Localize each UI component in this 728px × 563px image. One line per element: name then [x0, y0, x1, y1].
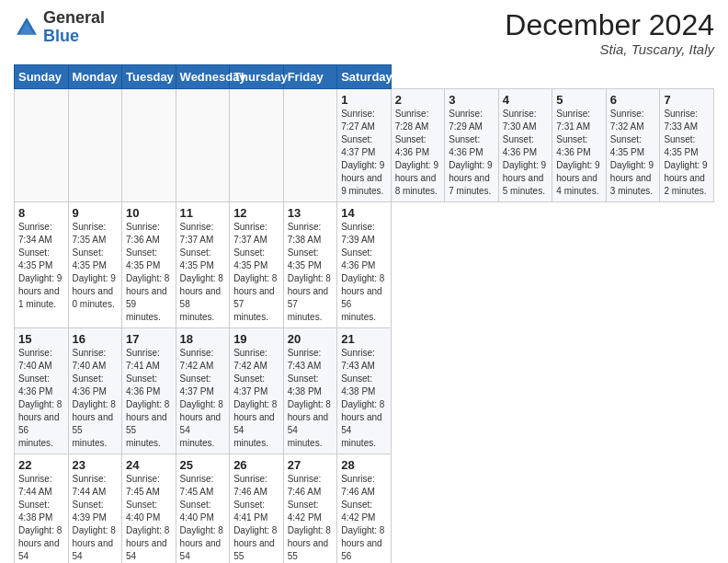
day-number: 16 [73, 332, 119, 346]
day-info: Sunrise: 7:44 AMSunset: 4:38 PMDaylight:… [18, 473, 64, 563]
daylight-text: Daylight: 9 hours and 0 minutes. [73, 273, 116, 309]
sunset-text: Sunset: 4:36 PM [503, 134, 537, 157]
day-number: 6 [610, 93, 656, 107]
day-number: 11 [180, 206, 226, 220]
sunrise-text: Sunrise: 7:38 AM [288, 222, 322, 245]
day-number: 7 [664, 93, 710, 107]
calendar-cell: 1Sunrise: 7:27 AMSunset: 4:37 PMDaylight… [337, 89, 392, 202]
day-number: 20 [288, 332, 334, 346]
sunset-text: Sunset: 4:35 PM [233, 247, 267, 270]
day-info: Sunrise: 7:40 AMSunset: 4:36 PMDaylight:… [73, 347, 119, 450]
calendar-cell: 10Sunrise: 7:36 AMSunset: 4:35 PMDayligh… [122, 202, 176, 328]
calendar-day-header: Tuesday [122, 65, 176, 89]
day-number: 2 [395, 93, 441, 107]
calendar-cell: 8Sunrise: 7:34 AMSunset: 4:35 PMDaylight… [15, 202, 69, 328]
sunset-text: Sunset: 4:36 PM [449, 134, 483, 157]
logo-text: General Blue [43, 9, 105, 46]
sunset-text: Sunset: 4:42 PM [288, 500, 322, 523]
day-number: 26 [233, 458, 279, 472]
title-month: December 2024 [505, 9, 714, 41]
sunset-text: Sunset: 4:35 PM [126, 247, 160, 270]
sunrise-text: Sunrise: 7:44 AM [73, 474, 107, 497]
daylight-text: Daylight: 9 hours and 5 minutes. [503, 160, 546, 196]
daylight-text: Daylight: 8 hours and 54 minutes. [180, 525, 223, 563]
sunrise-text: Sunrise: 7:41 AM [126, 348, 160, 371]
calendar-header-row: SundayMondayTuesdayWednesdayThursdayFrid… [15, 65, 714, 89]
calendar-cell: 28Sunrise: 7:46 AMSunset: 4:42 PMDayligh… [337, 454, 392, 563]
calendar-cell [230, 89, 284, 202]
calendar-cell: 25Sunrise: 7:45 AMSunset: 4:40 PMDayligh… [176, 454, 230, 563]
sunset-text: Sunset: 4:40 PM [126, 500, 160, 523]
title-location: Stia, Tuscany, Italy [505, 41, 714, 57]
day-info: Sunrise: 7:35 AMSunset: 4:35 PMDaylight:… [73, 221, 119, 311]
sunrise-text: Sunrise: 7:43 AM [341, 348, 375, 371]
day-number: 25 [180, 458, 226, 472]
sunrise-text: Sunrise: 7:44 AM [18, 474, 52, 497]
day-info: Sunrise: 7:39 AMSunset: 4:36 PMDaylight:… [341, 221, 387, 324]
daylight-text: Daylight: 8 hours and 54 minutes. [233, 399, 277, 448]
day-info: Sunrise: 7:28 AMSunset: 4:36 PMDaylight:… [395, 108, 441, 198]
daylight-text: Daylight: 8 hours and 56 minutes. [341, 525, 384, 563]
sunset-text: Sunset: 4:37 PM [180, 373, 214, 396]
sunrise-text: Sunrise: 7:31 AM [556, 109, 590, 132]
sunrise-text: Sunrise: 7:37 AM [233, 222, 267, 245]
calendar-cell: 12Sunrise: 7:37 AMSunset: 4:35 PMDayligh… [230, 202, 284, 328]
page: General Blue December 2024 Stia, Tuscany… [0, 0, 728, 563]
daylight-text: Daylight: 9 hours and 3 minutes. [610, 160, 654, 196]
day-info: Sunrise: 7:27 AMSunset: 4:37 PMDaylight:… [341, 108, 387, 198]
day-info: Sunrise: 7:40 AMSunset: 4:36 PMDaylight:… [18, 347, 64, 450]
day-info: Sunrise: 7:29 AMSunset: 4:36 PMDaylight:… [449, 108, 495, 198]
daylight-text: Daylight: 8 hours and 56 minutes. [18, 399, 62, 448]
day-info: Sunrise: 7:42 AMSunset: 4:37 PMDaylight:… [180, 347, 226, 450]
calendar-cell: 26Sunrise: 7:46 AMSunset: 4:41 PMDayligh… [230, 454, 284, 563]
calendar-cell [176, 89, 230, 202]
calendar-cell: 11Sunrise: 7:37 AMSunset: 4:35 PMDayligh… [176, 202, 230, 328]
daylight-text: Daylight: 8 hours and 55 minutes. [288, 525, 331, 563]
calendar-cell [122, 89, 176, 202]
calendar-cell [68, 89, 122, 202]
calendar-day-header: Monday [68, 65, 122, 89]
daylight-text: Daylight: 9 hours and 4 minutes. [556, 160, 599, 196]
calendar-cell: 27Sunrise: 7:46 AMSunset: 4:42 PMDayligh… [283, 454, 337, 563]
day-number: 9 [73, 206, 119, 220]
sunset-text: Sunset: 4:35 PM [288, 247, 322, 270]
day-number: 5 [556, 93, 602, 107]
day-info: Sunrise: 7:46 AMSunset: 4:42 PMDaylight:… [288, 473, 334, 563]
logo-general: General [43, 9, 105, 28]
sunrise-text: Sunrise: 7:39 AM [341, 222, 375, 245]
daylight-text: Daylight: 8 hours and 55 minutes. [233, 525, 277, 563]
sunset-text: Sunset: 4:39 PM [73, 500, 107, 523]
day-number: 15 [18, 332, 64, 346]
sunrise-text: Sunrise: 7:42 AM [180, 348, 214, 371]
sunset-text: Sunset: 4:35 PM [664, 134, 698, 157]
calendar-cell: 21Sunrise: 7:43 AMSunset: 4:38 PMDayligh… [337, 328, 392, 454]
daylight-text: Daylight: 9 hours and 8 minutes. [395, 160, 438, 196]
sunset-text: Sunset: 4:36 PM [395, 134, 429, 157]
sunrise-text: Sunrise: 7:34 AM [18, 222, 52, 245]
day-number: 23 [73, 458, 119, 472]
calendar-cell [15, 89, 69, 202]
sunrise-text: Sunrise: 7:42 AM [233, 348, 267, 371]
daylight-text: Daylight: 8 hours and 54 minutes. [73, 525, 116, 563]
sunset-text: Sunset: 4:38 PM [288, 373, 322, 396]
day-number: 14 [341, 206, 387, 220]
day-info: Sunrise: 7:44 AMSunset: 4:39 PMDaylight:… [73, 473, 119, 563]
sunrise-text: Sunrise: 7:37 AM [180, 222, 214, 245]
calendar-cell: 20Sunrise: 7:43 AMSunset: 4:38 PMDayligh… [283, 328, 337, 454]
calendar-week-row: 15Sunrise: 7:40 AMSunset: 4:36 PMDayligh… [15, 328, 714, 454]
calendar-cell [283, 89, 337, 202]
day-info: Sunrise: 7:31 AMSunset: 4:36 PMDaylight:… [556, 108, 602, 198]
sunset-text: Sunset: 4:35 PM [180, 247, 214, 270]
daylight-text: Daylight: 8 hours and 54 minutes. [180, 399, 223, 448]
calendar-cell: 17Sunrise: 7:41 AMSunset: 4:36 PMDayligh… [122, 328, 176, 454]
sunset-text: Sunset: 4:37 PM [341, 134, 375, 157]
day-number: 17 [126, 332, 172, 346]
sunrise-text: Sunrise: 7:36 AM [126, 222, 160, 245]
sunset-text: Sunset: 4:42 PM [341, 500, 375, 523]
day-info: Sunrise: 7:36 AMSunset: 4:35 PMDaylight:… [126, 221, 172, 324]
daylight-text: Daylight: 8 hours and 59 minutes. [126, 273, 169, 322]
sunrise-text: Sunrise: 7:46 AM [288, 474, 322, 497]
calendar-cell: 13Sunrise: 7:38 AMSunset: 4:35 PMDayligh… [283, 202, 337, 328]
calendar-cell: 23Sunrise: 7:44 AMSunset: 4:39 PMDayligh… [68, 454, 122, 563]
sunrise-text: Sunrise: 7:32 AM [610, 109, 644, 132]
